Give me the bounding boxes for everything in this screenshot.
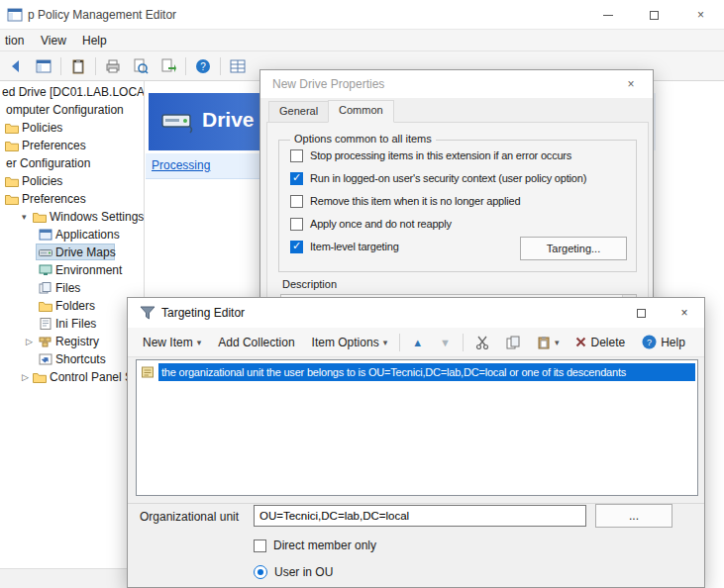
chevron-expanded-icon[interactable]: ▾ xyxy=(22,208,27,226)
tree-item-computer-configuration[interactable]: omputer Configuration xyxy=(0,101,145,119)
cut-button[interactable] xyxy=(470,333,494,352)
arrow-down-icon: ▼ xyxy=(440,337,451,348)
new-drive-properties-dialog: New Drive Properties × General Common Op… xyxy=(259,69,654,307)
targeting-rule-text: the organizational unit the user belongs… xyxy=(158,363,695,381)
tree-scrollbar-area[interactable] xyxy=(0,568,127,588)
item-level-targeting-checkbox-row[interactable]: Item-level targeting xyxy=(290,239,508,254)
close-icon[interactable]: × xyxy=(609,70,653,98)
copy-icon xyxy=(506,336,520,349)
tree-item-policies-user[interactable]: Policies xyxy=(0,172,145,190)
checkbox-label: Item-level targeting xyxy=(310,241,399,252)
minimize-button[interactable] xyxy=(584,0,631,30)
search-doc-icon[interactable] xyxy=(130,55,152,77)
menu-action[interactable]: tion xyxy=(0,33,29,49)
tree-item-windows-settings[interactable]: ▾ Windows Settings xyxy=(0,208,145,226)
move-down-button[interactable]: ▼ xyxy=(435,334,456,351)
move-up-button[interactable]: ▲ xyxy=(407,334,428,351)
maximize-button[interactable] xyxy=(631,0,677,30)
folder-icon xyxy=(33,211,47,223)
copy-button[interactable] xyxy=(501,333,525,352)
folder-icon xyxy=(5,175,19,187)
clipboard-icon[interactable] xyxy=(67,55,89,77)
screen: p Policy Management Editor × tion View H… xyxy=(0,0,724,588)
delete-button[interactable]: Delete xyxy=(570,333,630,352)
checkbox-unchecked-icon[interactable] xyxy=(290,218,303,231)
checkbox-unchecked-icon[interactable] xyxy=(290,195,303,208)
tree-item-label: Preferences xyxy=(22,137,86,154)
shortcuts-icon xyxy=(39,353,52,365)
processing-link[interactable]: Processing xyxy=(152,158,210,172)
new-item-button[interactable]: New Item ▾ xyxy=(138,333,206,352)
tree-item-applications[interactable]: Applications xyxy=(0,226,145,244)
tree-item-mapped-drive[interactable]: ed Drive [DC01.LAB.LOCA xyxy=(0,83,145,101)
stop-processing-checkbox-row[interactable]: Stop processing items in this extension … xyxy=(290,147,627,163)
scissors-icon xyxy=(475,336,489,349)
item-options-label: Item Options xyxy=(312,336,379,349)
tree-item-label: Shortcuts xyxy=(55,350,106,368)
printer-icon[interactable] xyxy=(102,55,124,77)
drive-banner-icon xyxy=(160,106,194,136)
tree-item-shortcuts[interactable]: Shortcuts xyxy=(0,350,145,368)
organizational-unit-input[interactable] xyxy=(254,505,586,527)
tab-general[interactable]: General xyxy=(268,101,329,123)
menu-help[interactable]: Help xyxy=(77,33,112,49)
organizational-unit-icon xyxy=(141,365,155,379)
new-item-label: New Item xyxy=(143,336,193,349)
help-icon[interactable]: ? xyxy=(192,55,214,77)
list-grid-icon[interactable] xyxy=(227,55,249,77)
radio-selected-icon[interactable] xyxy=(254,565,267,579)
tab-common[interactable]: Common xyxy=(328,100,394,123)
tree-item-label: ed Drive [DC01.LAB.LOCA xyxy=(2,83,145,101)
browse-button[interactable]: ... xyxy=(595,504,672,528)
tree-item-policies-computer[interactable]: Policies xyxy=(0,119,145,137)
apply-once-checkbox-row[interactable]: Apply once and do not reapply xyxy=(290,216,627,232)
targeting-toolbar: New Item ▾ Add Collection Item Options ▾… xyxy=(128,328,705,357)
chevron-collapsed-icon[interactable]: ▷ xyxy=(22,368,29,386)
tree-item-files[interactable]: Files xyxy=(0,279,145,297)
targeting-rules-list[interactable]: the organizational unit the user belongs… xyxy=(136,359,698,496)
checkbox-checked-icon[interactable] xyxy=(290,241,303,253)
checkbox-unchecked-icon[interactable] xyxy=(290,149,303,162)
menu-view[interactable]: View xyxy=(36,33,71,49)
tree-item-preferences-computer[interactable]: Preferences xyxy=(0,137,145,154)
folder-icon xyxy=(33,371,47,383)
tree-item-environment[interactable]: Environment xyxy=(0,261,145,279)
checkbox-unchecked-icon[interactable] xyxy=(254,539,266,552)
tree-item-control-panel-settings[interactable]: ▷ Control Panel Sett xyxy=(0,368,145,386)
targeting-editor-dialog: Targeting Editor × New Item ▾ Add Collec… xyxy=(127,297,705,588)
chevron-down-icon: ▾ xyxy=(555,338,560,347)
window-title: p Policy Management Editor xyxy=(28,8,176,22)
tree-item-folders[interactable]: Folders xyxy=(0,297,145,315)
checkbox-label: Apply once and do not reapply xyxy=(310,218,452,230)
tree-item-ini-files[interactable]: Ini Files xyxy=(0,315,145,333)
export-list-icon[interactable] xyxy=(157,55,179,77)
console-tree-icon[interactable] xyxy=(33,55,54,77)
tree-item-registry[interactable]: ▷ Registry xyxy=(0,333,145,350)
tree-item-label: Environment xyxy=(55,261,122,279)
remove-item-checkbox-row[interactable]: Remove this item when it is no longer ap… xyxy=(290,193,627,209)
chevron-collapsed-icon[interactable]: ▷ xyxy=(26,333,33,350)
ini-files-icon xyxy=(39,318,52,330)
help-button[interactable]: ? Help xyxy=(637,332,690,352)
folder-icon xyxy=(5,122,19,134)
item-options-button[interactable]: Item Options ▾ xyxy=(307,333,393,352)
files-icon xyxy=(39,282,52,294)
maximize-button[interactable] xyxy=(619,298,663,328)
user-in-ou-row[interactable]: User in OU xyxy=(254,565,333,579)
close-icon[interactable]: × xyxy=(663,298,705,328)
folder-icon xyxy=(5,140,19,151)
close-button[interactable]: × xyxy=(677,0,724,30)
targeting-button[interactable]: Targeting... xyxy=(520,237,627,260)
direct-member-only-row[interactable]: Direct member only xyxy=(254,539,376,552)
tree-item-label: Windows Settings xyxy=(50,208,144,226)
tree-item-drive-maps[interactable]: Drive Maps xyxy=(0,244,145,261)
tree-item-preferences-user[interactable]: Preferences xyxy=(0,190,145,208)
paste-button[interactable]: ▾ xyxy=(532,333,565,352)
funnel-icon xyxy=(140,306,155,320)
add-collection-button[interactable]: Add Collection xyxy=(213,333,299,352)
tree-item-user-configuration[interactable]: er Configuration xyxy=(0,154,145,172)
run-in-user-context-checkbox-row[interactable]: Run in logged-on user's security context… xyxy=(290,170,627,186)
back-icon[interactable] xyxy=(5,55,27,77)
targeting-rule-row[interactable]: the organizational unit the user belongs… xyxy=(139,363,695,382)
checkbox-checked-icon[interactable] xyxy=(290,172,303,185)
